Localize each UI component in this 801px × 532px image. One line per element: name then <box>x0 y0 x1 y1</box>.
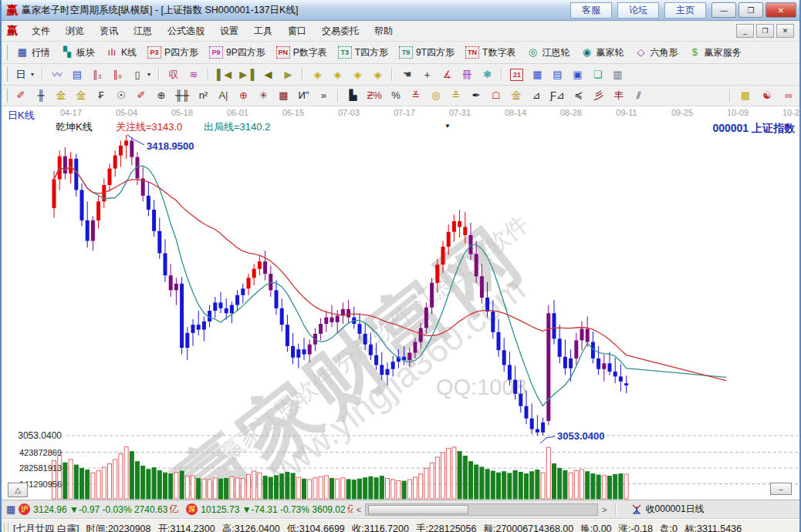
grid-box-button[interactable]: ▩ <box>273 86 293 105</box>
spiral-tool-button[interactable]: ☉ <box>111 86 131 105</box>
menu-item-6[interactable]: 工具 <box>246 22 280 39</box>
indicator-dropdown-icon[interactable]: ▼ <box>444 123 451 130</box>
star-burst-button[interactable]: ✳ <box>253 86 273 105</box>
jump-right-button[interactable]: ◈ <box>327 66 347 84</box>
menu-item-0[interactable]: 文件 <box>24 22 58 39</box>
time-grid-button[interactable]: ╫╫ <box>171 86 193 105</box>
close-button[interactable]: ✕ <box>766 2 796 18</box>
homepage-button[interactable]: 主页 <box>664 2 706 19</box>
child-minimize-button[interactable]: _ <box>736 24 754 38</box>
jump-left-button[interactable]: ◈ <box>307 66 327 84</box>
winner-wheel-button[interactable]: ◉赢家轮 <box>575 43 629 62</box>
yinyang-tool-button[interactable]: ☯ <box>756 86 778 105</box>
minimize-button[interactable]: — <box>711 2 736 18</box>
angle-line-button[interactable]: ⊿ <box>526 86 546 105</box>
color-volume-button[interactable]: ≋ <box>184 66 204 84</box>
fibonacci-tool-button[interactable]: ₣ <box>91 86 111 105</box>
gold-levels-button[interactable]: ≙ <box>446 86 466 105</box>
calendar-button[interactable]: 21 <box>506 66 527 84</box>
pane-tab-daily-kline[interactable]: 日K线 <box>8 109 35 123</box>
ink-tool-button[interactable]: ✒ <box>466 86 486 105</box>
market-grid-icon[interactable]: ▦ <box>6 503 15 515</box>
grid-window-button[interactable]: ▦ <box>735 86 756 105</box>
minutes-3-button[interactable]: ∥₃ <box>87 66 107 84</box>
market-quotes-button[interactable]: ▦行情 <box>11 43 56 62</box>
expand-horizontal-button[interactable]: ◈ <box>347 66 367 84</box>
percent-tool-button[interactable]: % <box>386 86 406 105</box>
channel-lines-button[interactable]: ≼ <box>569 86 589 105</box>
gold-section-button[interactable]: 金 <box>506 86 526 105</box>
horizontal-scrollbar[interactable] <box>365 503 598 516</box>
infinity-tool-button[interactable]: ∞ <box>778 86 799 105</box>
text-label-tool-button[interactable]: A| <box>213 86 233 105</box>
support-button[interactable]: 客服 <box>570 2 612 19</box>
wave-mark-button[interactable]: И" <box>293 86 313 105</box>
hexagon-tool-button[interactable]: ◇六角形 <box>629 43 683 62</box>
gold-circle-button[interactable]: ◎ <box>426 86 446 105</box>
gann-grid-tool-button[interactable]: 冊 <box>457 66 477 84</box>
menu-item-4[interactable]: 公式选股 <box>160 22 212 39</box>
menu-item-5[interactable]: 设置 <box>212 22 246 39</box>
menu-item-3[interactable]: 江恩 <box>126 22 160 39</box>
kline-chart-area[interactable]: 赢家财富网 www.yingjia360.com 赢家江恩软件 分析软件 江恩工… <box>2 106 799 500</box>
p-number-table-button[interactable]: PNP数字表 <box>271 43 333 62</box>
forum-button[interactable]: 论坛 <box>617 2 659 19</box>
toolbar-grip[interactable] <box>4 67 8 82</box>
toolbar-grip[interactable] <box>4 45 8 60</box>
wave-band-button[interactable]: ☖ <box>486 86 506 105</box>
qiankun-kline-style-button[interactable]: 〰 <box>47 66 67 84</box>
scroll-left-arrow[interactable]: < <box>353 505 365 514</box>
child-restore-button[interactable]: ❐ <box>756 24 774 38</box>
notepad-button[interactable]: ▤ <box>547 66 567 84</box>
more-tools-button[interactable]: » <box>313 86 333 105</box>
gann-wheel-button[interactable]: ◎江恩轮 <box>521 43 575 62</box>
hand-tool-button[interactable]: ☚ <box>397 66 417 84</box>
ray-lines-button[interactable]: 彡 <box>589 86 609 105</box>
save-button[interactable]: ▣ <box>567 66 587 84</box>
menu-item-7[interactable]: 窗口 <box>280 22 314 39</box>
gann-circle-button[interactable]: ⊕ <box>151 86 171 105</box>
qiankun-toggle-button[interactable]: 収 <box>164 66 184 84</box>
print-button[interactable]: ▥ <box>607 66 627 84</box>
t-square-button[interactable]: T3T四方形 <box>333 43 394 62</box>
gold-grid-2-button[interactable]: 金 <box>71 86 91 105</box>
prev-bar-button[interactable]: ◀ <box>258 66 278 84</box>
menu-item-1[interactable]: 浏览 <box>58 22 92 39</box>
t9-square-button[interactable]: T99T四方形 <box>394 43 460 62</box>
collapse-volume-pane-button[interactable]: – <box>770 483 792 495</box>
p-square-button[interactable]: P3P四方形 <box>142 43 204 62</box>
dense-lines-button[interactable]: 丰 <box>609 86 629 105</box>
restore-button[interactable]: ❐ <box>738 2 763 18</box>
scrollbar-thumb[interactable] <box>368 505 468 514</box>
image-export-button[interactable]: ❏ <box>587 66 607 84</box>
last-bar-button[interactable]: ▶▐ <box>235 66 258 84</box>
menu-item-8[interactable]: 交易委托 <box>314 22 367 39</box>
gold-grid-1-button[interactable]: 金 <box>51 86 71 105</box>
pencil-tool-button[interactable]: ✐ <box>11 86 31 105</box>
fit-screen-button[interactable]: ◈ <box>367 66 387 84</box>
expand-volume-pane-button[interactable]: △ <box>8 483 28 497</box>
first-bar-button[interactable]: ▌◀ <box>213 66 235 84</box>
winner-service-button[interactable]: $赢家服务 <box>683 43 746 62</box>
price-chart-svg[interactable]: 04-1705-0405-1806-0106-1507-0307-1707-31… <box>2 106 799 500</box>
menu-item-9[interactable]: 帮助 <box>367 22 400 39</box>
child-close-button[interactable]: ✕ <box>776 24 794 38</box>
p9-square-button[interactable]: P99P四方形 <box>204 43 271 62</box>
target-circle-button[interactable]: ⊕ <box>233 86 253 105</box>
candle-style-button[interactable]: ▯▾ <box>127 66 154 84</box>
f-angle-line-button[interactable]: Ƒ⊿ <box>546 86 569 105</box>
t-number-table-button[interactable]: TNT数字表 <box>460 43 521 62</box>
crosshair-tool-button[interactable]: ＋ <box>417 66 437 84</box>
toolbar-grip[interactable] <box>4 89 8 103</box>
menu-item-2[interactable]: 资讯 <box>92 22 126 39</box>
minutes-9-button[interactable]: ∥₉ <box>107 66 127 84</box>
next-bar-button[interactable]: ▶ <box>278 66 298 84</box>
calculator-button[interactable]: ▦ <box>527 66 547 84</box>
scroll-right-arrow[interactable]: > <box>598 505 610 514</box>
sector-blocks-button[interactable]: ▚板块 <box>56 43 100 62</box>
info-panel-button[interactable]: ▤ <box>67 66 87 84</box>
period-day-button[interactable]: 日▾ <box>11 66 38 84</box>
n-square-button[interactable]: n² <box>193 86 213 105</box>
angle-measure-tool-button[interactable]: ∡ <box>437 66 457 84</box>
percent-line-button[interactable]: Ƶ% <box>363 86 386 105</box>
